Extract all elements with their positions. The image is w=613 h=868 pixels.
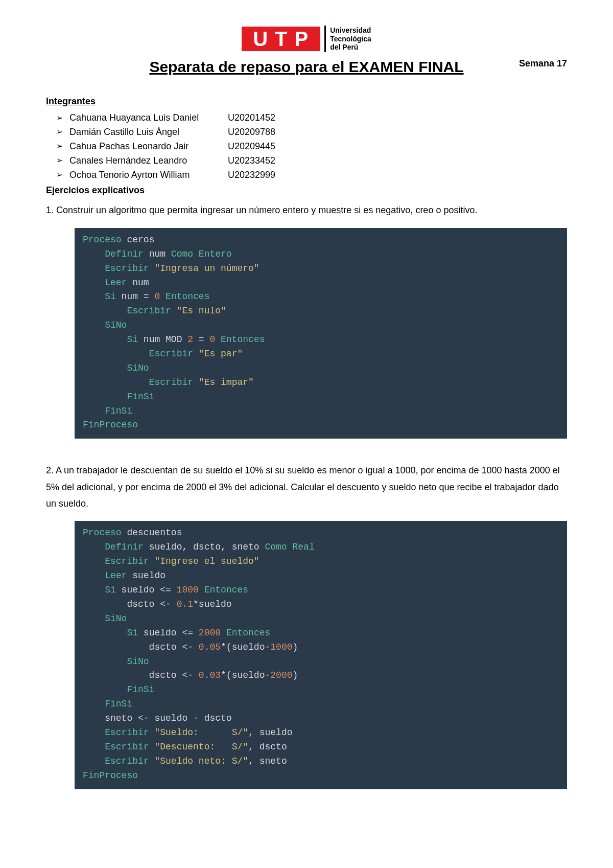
- member-code: U20201452: [228, 111, 567, 125]
- code-token: [221, 628, 226, 638]
- member-name: Cahuana Huayanca Luis Daniel: [69, 111, 228, 125]
- logo-line2: Tecnológica: [330, 35, 371, 43]
- member-name: Ochoa Tenorio Ayrton William: [69, 168, 228, 182]
- code-token: Escribir: [83, 306, 177, 316]
- code-token: Entonces: [226, 628, 270, 638]
- exercise-statement: Construir un algoritmo que permita ingre…: [56, 205, 477, 215]
- code-token: 2: [187, 334, 193, 345]
- code-token: "Ingrese el sueldo": [154, 556, 259, 566]
- members-list: ➢ Cahuana Huayanca Luis Daniel U20201452…: [56, 111, 567, 182]
- code-token: "Sueldo: S/": [154, 727, 248, 738]
- document-title: Separata de repaso para el EXAMEN FINAL: [149, 58, 463, 76]
- code-token: ceros: [122, 235, 155, 245]
- code-token: SiNo: [83, 363, 149, 373]
- member-name: Canales Hernández Leandro: [69, 154, 228, 168]
- document-page: UTP Universidad Tecnológica del Perú Sep…: [0, 0, 613, 868]
- member-code: U20209788: [228, 125, 567, 140]
- code-token: Proceso: [83, 235, 122, 245]
- code-token: "Es par": [199, 349, 243, 359]
- code-token: FinProceso: [83, 770, 138, 781]
- code-token: 0.03: [199, 670, 221, 680]
- logo-letters: UTP: [242, 27, 320, 51]
- code-token: sueldo <=: [116, 585, 177, 595]
- member-code: U20233452: [228, 154, 567, 168]
- code-token: Entonces: [221, 334, 265, 345]
- exercise-statement: A un trabajador le descuentan de su suel…: [46, 465, 560, 509]
- code-token: SiNo: [83, 613, 127, 624]
- code-token: "Sueldo neto: S/": [154, 756, 248, 766]
- exercise-1-text: 1. Construir un algoritmo que permita in…: [46, 202, 567, 218]
- code-token: FinSi: [83, 392, 154, 402]
- code-token: Entonces: [166, 291, 209, 302]
- member-row: ➢ Cahuana Huayanca Luis Daniel U20201452: [56, 111, 567, 125]
- code-token: Escribir: [83, 742, 154, 752]
- week-label: Semana 17: [519, 58, 567, 69]
- code-token: Escribir: [83, 756, 154, 766]
- bullet-icon: ➢: [56, 169, 69, 181]
- code-token: Si: [83, 334, 138, 345]
- code-token: 2000: [199, 628, 221, 638]
- code-token: Como Entero: [171, 249, 232, 259]
- code-token: num =: [116, 291, 155, 302]
- member-code: U20209445: [228, 140, 567, 154]
- logo: UTP Universidad Tecnológica del Perú: [242, 26, 371, 52]
- code-token: Escribir: [83, 377, 199, 387]
- code-token: , dscto: [248, 742, 287, 752]
- code-token: dscto <-: [83, 642, 199, 652]
- header: UTP Universidad Tecnológica del Perú Sep…: [46, 26, 567, 76]
- code-token: , sueldo: [248, 727, 292, 738]
- logo-university-text: Universidad Tecnológica del Perú: [330, 26, 371, 52]
- bullet-icon: ➢: [56, 126, 69, 139]
- code-token: Definir: [83, 542, 144, 552]
- logo-line1: Universidad: [330, 26, 371, 34]
- exercise-2-text: 2. A un trabajador le descuentan de su s…: [46, 462, 567, 512]
- code-token: "Ingresa un número": [154, 263, 259, 273]
- exercise-number: 1.: [46, 205, 54, 215]
- code-token: Escribir: [83, 556, 154, 566]
- code-token: sneto <- sueldo - dscto: [83, 713, 232, 723]
- member-row: ➢ Damián Castillo Luis Ángel U20209788: [56, 125, 567, 140]
- code-token: Escribir: [83, 263, 154, 273]
- bullet-icon: ➢: [56, 140, 69, 153]
- code-token: FinSi: [83, 699, 132, 709]
- code-token: [215, 334, 221, 345]
- code-token: 1000: [177, 585, 199, 595]
- members-heading: Integrantes: [46, 96, 567, 107]
- code-token: "Es nulo": [177, 306, 226, 316]
- code-token: Escribir: [83, 727, 154, 738]
- code-token: , sneto: [248, 756, 287, 766]
- code-token: [199, 585, 204, 595]
- code-token: ): [293, 642, 298, 652]
- code-token: Entonces: [204, 585, 248, 595]
- code-token: 0.1: [177, 599, 193, 609]
- code-token: num MOD: [138, 334, 187, 345]
- member-name: Cahua Pachas Leonardo Jair: [69, 140, 228, 154]
- code-token: 2000: [270, 670, 292, 680]
- code-token: FinSi: [83, 684, 154, 695]
- code-block-1: Proceso ceros Definir num Como Entero Es…: [75, 228, 567, 439]
- code-block-2: Proceso descuentos Definir sueldo, dscto…: [75, 521, 567, 789]
- code-token: Proceso: [83, 528, 122, 538]
- logo-divider: [324, 26, 326, 52]
- code-token: FinSi: [83, 406, 132, 416]
- code-token: 0: [209, 334, 215, 345]
- code-token: sueldo: [127, 570, 166, 581]
- code-token: sueldo, dscto, sneto: [144, 542, 265, 552]
- bullet-icon: ➢: [56, 112, 69, 125]
- code-token: descuentos: [122, 528, 182, 538]
- code-token: "Descuento: S/": [154, 742, 248, 752]
- code-token: FinProceso: [83, 420, 138, 430]
- code-token: dscto <-: [83, 670, 199, 680]
- code-token: num: [144, 249, 171, 259]
- code-token: *(sueldo-: [221, 670, 270, 680]
- code-token: Si: [83, 291, 116, 302]
- member-name: Damián Castillo Luis Ángel: [69, 125, 228, 140]
- code-token: =: [193, 334, 209, 345]
- code-token: ): [293, 670, 298, 680]
- code-token: Si: [83, 585, 116, 595]
- code-token: Como Real: [265, 542, 314, 552]
- code-token: Definir: [83, 249, 144, 259]
- logo-line3: del Perú: [330, 43, 358, 51]
- exercise-number: 2.: [46, 465, 54, 475]
- member-row: ➢ Cahua Pachas Leonardo Jair U20209445: [56, 140, 567, 154]
